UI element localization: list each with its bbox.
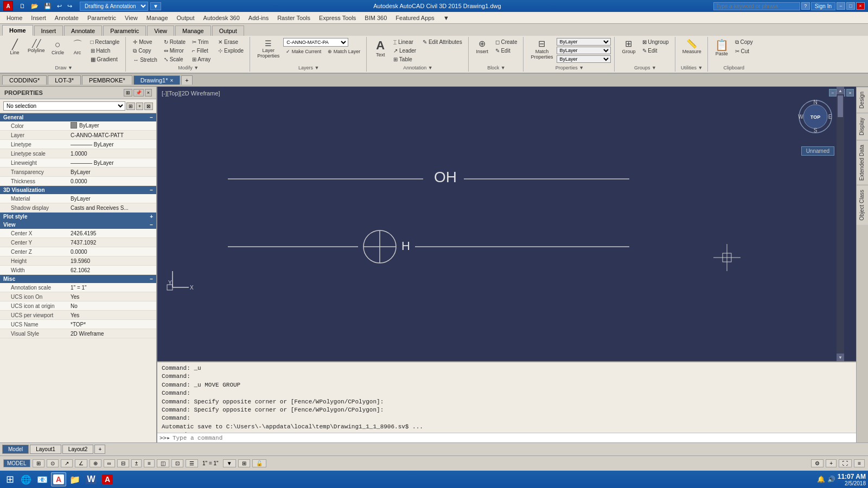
make-current-button[interactable]: ✓ Make Current <box>283 48 324 55</box>
menu-home[interactable]: Home <box>2 14 27 22</box>
lineweight-selector[interactable]: ByLayer <box>557 55 611 63</box>
scroll-up-btn[interactable]: ▲ <box>837 87 844 94</box>
side-panel-design[interactable]: Design <box>857 87 868 113</box>
notification-btn[interactable]: 🔔 <box>817 476 825 483</box>
tab-home[interactable]: Home <box>2 25 33 36</box>
doc-tab-close[interactable]: × <box>170 78 173 84</box>
tab-parametric[interactable]: Parametric <box>103 25 146 36</box>
otrack-btn[interactable]: ∞ <box>104 459 115 467</box>
save-button[interactable]: 💾 <box>42 2 54 10</box>
insert-button[interactable]: ⊕ Insert <box>473 38 492 56</box>
scroll-track-v[interactable] <box>837 94 844 354</box>
drawing-canvas[interactable]: OH H <box>157 87 856 361</box>
settings-btn[interactable]: ⚙ <box>811 459 824 467</box>
general-section-header[interactable]: General − <box>0 113 156 121</box>
minimize-button[interactable]: − <box>837 2 845 10</box>
mirror-button[interactable]: ⇔ Mirror <box>161 47 188 55</box>
line-button[interactable]: ╱ Line <box>5 38 24 57</box>
start-button[interactable]: ⊞ <box>2 472 17 486</box>
table-button[interactable]: ⊞ Table <box>391 55 419 63</box>
tab-model[interactable]: Model <box>2 445 29 454</box>
info-button[interactable]: ? <box>801 2 810 10</box>
menu-addins[interactable]: Add-ins <box>244 14 273 22</box>
cut-button[interactable]: ✂ Cut <box>732 47 756 55</box>
qp-btn[interactable]: ⊡ <box>171 459 183 467</box>
plot-style-section-header[interactable]: Plot style + <box>0 213 156 221</box>
hatch-button[interactable]: ⊞ Hatch <box>88 47 123 55</box>
match-layer-button[interactable]: ⊕ Match Layer <box>325 48 363 55</box>
scale-button[interactable]: ⤡ Scale <box>161 55 188 63</box>
lock-btn[interactable]: 🔓 <box>252 459 266 467</box>
properties-pin-btn[interactable]: 📌 <box>133 89 144 97</box>
3d-viz-section-header[interactable]: 3D Visualization − <box>0 186 156 194</box>
ortho-btn[interactable]: ↗ <box>61 459 73 467</box>
viewport[interactable]: [-][Top][2D Wireframe] − □ × N S E W TOP <box>157 87 856 361</box>
misc-section-header[interactable]: Misc − <box>0 275 156 283</box>
properties-toggle-btn[interactable]: ⊞ <box>124 89 132 97</box>
volume-btn[interactable]: 🔊 <box>827 476 835 483</box>
menu-view[interactable]: View <box>120 14 142 22</box>
ducs-btn[interactable]: ⊟ <box>117 459 129 467</box>
snap-btn[interactable]: ⊙ <box>47 459 59 467</box>
layer-selector[interactable]: C-ANNO-MATC-PA <box>283 38 348 47</box>
rotate-button[interactable]: ↻ Rotate <box>161 38 188 46</box>
match-properties-button[interactable]: ⊟ MatchProperties <box>528 38 556 61</box>
osnap-btn[interactable]: ⊕ <box>90 459 101 467</box>
group-button[interactable]: ⊞ Group <box>619 38 638 56</box>
properties-close-btn[interactable]: × <box>145 89 152 97</box>
tab-layout1[interactable]: Layout1 <box>30 445 61 454</box>
signin-button[interactable]: Sign In <box>811 2 835 10</box>
side-panel-display[interactable]: Display <box>857 113 868 140</box>
menu-autodesk360[interactable]: Autodesk 360 <box>199 14 244 22</box>
group-edit-button[interactable]: ✎ Edit <box>640 47 672 55</box>
restore-button[interactable]: □ <box>846 2 855 10</box>
tab-output[interactable]: Output <box>212 25 244 36</box>
polyline-button[interactable]: ╱╱ Polyline <box>25 38 48 55</box>
annotation-scale-btn[interactable]: ▼ <box>223 459 236 467</box>
move-button[interactable]: ✛ Move <box>130 38 159 46</box>
autocad-app[interactable]: A <box>51 472 66 486</box>
linear-button[interactable]: ⌶ Linear <box>391 38 419 46</box>
vp-minimize-btn[interactable]: − <box>829 89 837 97</box>
sel-cycling-btn[interactable]: ☰ <box>186 459 198 467</box>
side-panel-object-class[interactable]: Object Class <box>857 185 868 225</box>
outlook-app[interactable]: 📧 <box>35 472 50 486</box>
layer-properties-button[interactable]: ☰ LayerProperties <box>254 38 282 60</box>
scroll-thumb-v[interactable] <box>838 95 843 117</box>
menu-output[interactable]: Output <box>173 14 199 22</box>
gradient-button[interactable]: ▦ Gradient <box>88 55 123 63</box>
selection-btn2[interactable]: + <box>136 102 143 110</box>
fullscreen-btn[interactable]: ⛶ <box>839 459 852 467</box>
color-selector[interactable]: ByLayer <box>557 38 611 46</box>
tab-view[interactable]: View <box>147 25 174 36</box>
scroll-down-btn[interactable]: ▼ <box>837 354 844 361</box>
fillet-button[interactable]: ⌐ Fillet <box>189 47 213 55</box>
edit-attributes-button[interactable]: ✎ Edit Attributes <box>420 38 464 46</box>
acrobat-app[interactable]: A <box>100 472 115 486</box>
menu-insert[interactable]: Insert <box>27 14 50 22</box>
search-input[interactable] <box>713 2 800 10</box>
dyn-btn[interactable]: ± <box>131 459 142 467</box>
doc-tab-codding[interactable]: CODDING* <box>2 75 47 85</box>
ungroup-button[interactable]: ⊠ Ungroup <box>640 38 672 46</box>
properties-btn[interactable]: ≡ <box>854 459 865 467</box>
workspace-options[interactable]: ▼ <box>150 2 161 10</box>
new-button[interactable]: 🗋 <box>17 2 28 10</box>
array-button[interactable]: ⊞ Array <box>189 55 213 63</box>
grid-btn[interactable]: ⊞ <box>33 459 44 467</box>
copy-button[interactable]: ⧉ Copy <box>130 47 159 55</box>
word-app[interactable]: W <box>84 472 99 486</box>
doc-tab-pembroke[interactable]: PEMBROKE* <box>82 75 132 85</box>
circle-button[interactable]: ○ Circle <box>49 38 67 57</box>
menu-parametric[interactable]: Parametric <box>83 14 120 22</box>
command-input[interactable] <box>173 435 866 441</box>
transparency-btn[interactable]: ◫ <box>157 459 169 467</box>
app-icon[interactable]: A <box>3 1 13 11</box>
paste-button[interactable]: 📋 Paste <box>712 38 731 58</box>
tab-insert[interactable]: Insert <box>34 25 63 36</box>
open-button[interactable]: 📂 <box>29 2 41 10</box>
menu-expresstools[interactable]: Express Tools <box>315 14 360 22</box>
doc-tab-drawing1[interactable]: Drawing1* × <box>133 75 181 85</box>
stretch-button[interactable]: ↔ Stretch <box>130 56 159 64</box>
trim-button[interactable]: ✂ Trim <box>189 38 213 46</box>
